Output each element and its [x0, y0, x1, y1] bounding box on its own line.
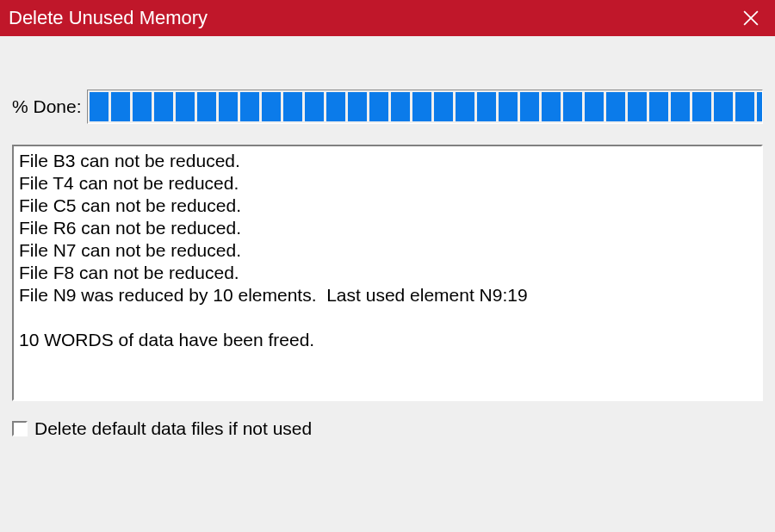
- progress-segment: [369, 92, 388, 121]
- progress-segment: [305, 92, 324, 121]
- progress-segment: [520, 92, 539, 121]
- progress-segment: [649, 92, 668, 121]
- progress-segment: [456, 92, 474, 121]
- progress-segment: [542, 92, 561, 121]
- delete-defaults-checkbox-row: Delete default data files if not used: [12, 418, 763, 439]
- progress-segment: [283, 92, 302, 121]
- progress-segment: [412, 92, 431, 121]
- delete-defaults-checkbox[interactable]: [12, 421, 28, 436]
- progress-segment: [757, 92, 763, 121]
- progress-segment: [348, 92, 367, 121]
- window-title: Delete Unused Memory: [9, 7, 727, 29]
- progress-segment: [671, 92, 690, 121]
- dialog-window: Delete Unused Memory % Done: File B3 can…: [0, 0, 775, 532]
- delete-defaults-label: Delete default data files if not used: [34, 418, 312, 439]
- progress-segment: [499, 92, 518, 121]
- progress-row: % Done:: [12, 90, 763, 124]
- titlebar: Delete Unused Memory: [0, 0, 775, 36]
- progress-bar: [87, 90, 763, 124]
- progress-segment: [90, 92, 108, 121]
- progress-segment: [563, 92, 582, 121]
- progress-segment: [219, 92, 238, 121]
- progress-segment: [326, 92, 345, 121]
- progress-segment: [692, 92, 711, 121]
- progress-segment: [606, 92, 625, 121]
- window-close-button[interactable]: [727, 0, 775, 36]
- progress-segment: [391, 92, 410, 121]
- progress-segment: [154, 92, 173, 121]
- close-icon: [743, 10, 759, 26]
- progress-segment: [197, 92, 216, 121]
- progress-segment: [477, 92, 496, 121]
- progress-segment: [176, 92, 195, 121]
- progress-segment: [111, 92, 130, 121]
- progress-segment: [714, 92, 733, 121]
- progress-segment: [262, 92, 281, 121]
- progress-segment: [585, 92, 604, 121]
- progress-segment: [240, 92, 259, 121]
- progress-segment: [434, 92, 453, 121]
- progress-segment: [628, 92, 647, 121]
- progress-segment: [735, 92, 754, 121]
- progress-label: % Done:: [12, 96, 82, 117]
- log-output: File B3 can not be reduced. File T4 can …: [12, 145, 763, 401]
- progress-segment: [133, 92, 152, 121]
- client-area: % Done: File B3 can not be reduced. File…: [0, 90, 775, 532]
